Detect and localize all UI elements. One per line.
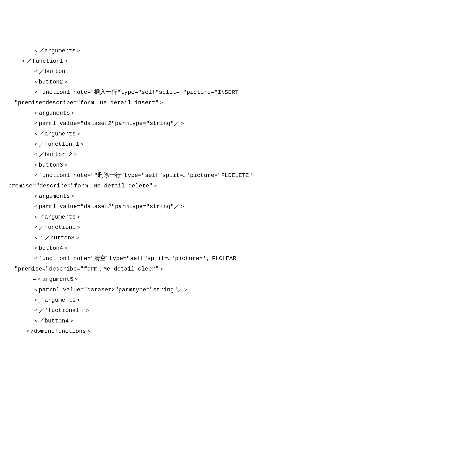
code-line: ＜／arguments＞ bbox=[8, 212, 468, 222]
code-line: ＜functionl note="清空"type="self"split=…'p… bbox=[8, 253, 468, 264]
code-line: ＜functionl note="插入一行"type="self"split= … bbox=[8, 87, 468, 98]
code-line: ＜arguments＞ bbox=[8, 191, 468, 201]
code-line: ＜／arguments＞ bbox=[8, 46, 468, 56]
code-line: ＜／functionl＞ bbox=[8, 56, 468, 66]
code-line: ＜functionl note=""删除一行"type="self"split=… bbox=[8, 170, 468, 181]
code-line: ＜button3＞ bbox=[8, 160, 468, 170]
code-line: ＜／buttorl2＞ bbox=[8, 149, 468, 160]
code-line: ＜button2＞ bbox=[8, 77, 468, 87]
code-line: ＜argunents＞ bbox=[8, 108, 468, 118]
code-document: ＜／arguments＞＜／functionl＞＜／buttonl＜button… bbox=[8, 46, 468, 337]
code-line: "premise="describe="form．Me detail cleer… bbox=[8, 264, 468, 274]
code-line: ＜parml value="dataset2"parmtype="string"… bbox=[8, 201, 468, 212]
code-line: ＜parml value="dataset2"parmtype="string"… bbox=[8, 118, 468, 129]
code-line: ＜／functionl＞ bbox=[8, 222, 468, 233]
code-line: ＜／'fuctiona1：＞ bbox=[8, 305, 468, 316]
code-line: "premise=describe="form．ue detail insert… bbox=[8, 98, 468, 108]
code-line: ＜／arguments＞ bbox=[8, 129, 468, 139]
code-line: =＜argument5＞ bbox=[8, 274, 468, 285]
code-line: ＜／functlon 1＞ bbox=[8, 139, 468, 149]
code-line: ＜／buttonl bbox=[8, 66, 468, 77]
code-line: premise="describe="form．Me detail delete… bbox=[8, 181, 468, 191]
code-line: ＜：／button3＞ bbox=[8, 233, 468, 243]
code-line: ＜／button4＞ bbox=[8, 316, 468, 326]
code-line: ＜parrnl value="dataset2"parmtype="string… bbox=[8, 285, 468, 295]
code-line: ＜/dwmenufunctions＞ bbox=[8, 326, 468, 337]
code-line: ＜button4＞ bbox=[8, 243, 468, 253]
code-line: ＜／arguments＞ bbox=[8, 295, 468, 305]
